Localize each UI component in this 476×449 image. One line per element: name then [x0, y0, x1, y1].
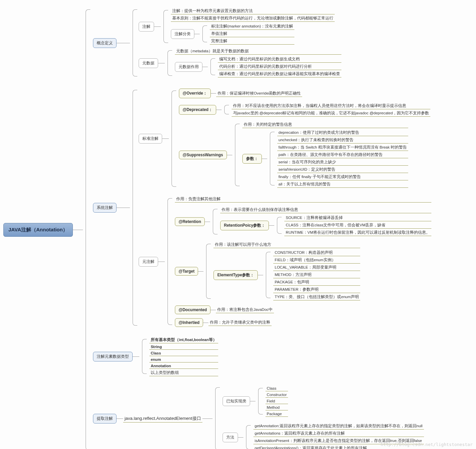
node-annotation[interactable]: 注解	[139, 22, 154, 32]
leaf: 标注注解(marker annotation)：没有元素的注解	[210, 23, 294, 30]
node-metadata-use[interactable]: 元数据作用	[175, 62, 202, 72]
leaf: SOURCE：注释将被编译器丢掉	[284, 215, 431, 221]
leaf: unchecked：执行了未检查的转换时的警告	[277, 137, 408, 144]
branch-datatypes: 注解元素数据类型 所有基本类型（int,float,boolean等） Stri…	[93, 336, 431, 377]
leaf: 基本原则：注解不能直接干扰程序代码的运行，无论增加或删除注解，代码都能够正常运行	[171, 15, 335, 22]
branch-concept: 概念定义 注解 注解：提供一种为程序元素设置元数据的方法 基本原则：注解不能直接…	[93, 7, 431, 79]
leaf: 所有基本类型（int,float,boolean等）	[149, 337, 218, 343]
node-suppresswarnings[interactable]: @SuppressWarnings	[179, 151, 227, 159]
leaf: 作用：关闭特定的警告信息	[242, 121, 408, 128]
node-deprecated[interactable]: @Deprecated：	[179, 105, 216, 115]
node-methods[interactable]: 方法	[223, 433, 238, 442]
leaf: PARAMETER：参数声明	[273, 286, 360, 293]
node-target[interactable]: @Target	[175, 267, 198, 276]
leaf: Annotation	[149, 363, 218, 369]
leaf: METHOD：方法声明	[273, 272, 360, 278]
leaf: 完整注解	[210, 38, 294, 45]
node-target-params[interactable]: ElementType参数：	[213, 270, 258, 280]
branch-system: 系统注解 标准注解 @Override： 作用：保证编译时候Override函数…	[93, 87, 431, 328]
leaf: 注解：提供一种为程序元素设置元数据的方法	[171, 8, 335, 14]
leaf: Class	[149, 350, 218, 356]
leaf: CLASS：注释在class文件中可用，但会被VM丢弃，缺省	[284, 222, 431, 229]
node-known-impl[interactable]: 已知实现类	[223, 396, 250, 406]
mindmap-root: JAVA注解（Annotation） 概念定义 注解 注解：提供一种为程序元素设…	[3, 7, 473, 449]
leaf: 以上类型的数组	[149, 370, 218, 376]
leaf: deprecation：使用了过时的类或方法时的警告	[277, 129, 408, 136]
leaf: serial：当在可序列化的类上缺少	[277, 159, 408, 166]
leaf: 元数据（metadata）就是关于数据的数据	[175, 48, 341, 55]
branch-extract: 提取注解 java.lang.reflect.AnnotatedElement接…	[93, 385, 431, 449]
leaf: RUNTIME：VM将在运行时也保留注释，因此可以通过反射机制读取注释的信息。	[284, 229, 431, 236]
leaf: 代码分析：通过代码里标识的元数据对代码进行分析	[218, 63, 341, 70]
leaf: 作用：该注解可以用于什么地方	[213, 241, 360, 248]
node-sw-params[interactable]: 参数：	[242, 154, 262, 164]
node-system[interactable]: 系统注解	[93, 203, 116, 213]
leaf: 作用：对不应该在使用的方法添加注释，当编程人员使用这些方法时，将会在编译时显示提…	[232, 103, 430, 109]
node-retention-params[interactable]: RetentionPoicy参数：	[220, 221, 269, 230]
leaf: FIELD：域声明（包括enum实例）	[273, 257, 360, 264]
leaf: getAnnotations：返回程序该元素上存在的所有注解	[253, 430, 424, 437]
leaf: Class	[266, 386, 288, 391]
leaf: String	[149, 344, 218, 350]
node-documented[interactable]: @Documented	[175, 305, 210, 314]
leaf: Constructor	[266, 392, 288, 398]
leaf: fallthrough：当 Switch 程序块直接通往下一种情况而没有 Bre…	[277, 144, 408, 151]
leaf: 作用：允许子类继承父类中的注释	[208, 319, 272, 326]
leaf: 作用：表示需要在什么级别保存该注释信息	[220, 207, 431, 213]
leaf: 与javadoc里的 @deprecated标记有相同的功能，准确的说，它还不如…	[232, 110, 430, 117]
leaf: path：在类路径、源文件路径等中有不存在的路径时的警告	[277, 152, 408, 158]
leaf: 单值注解	[210, 31, 294, 37]
node-standard[interactable]: 标准注解	[139, 134, 162, 144]
node-metadata[interactable]: 元数据	[139, 58, 158, 68]
leaf: Package	[266, 411, 288, 417]
leaf: 编译检查：通过代码里标识的元数据让编译器能实现基本的编译检查	[218, 71, 341, 77]
leaf: enum	[149, 357, 218, 362]
leaf: 作用：负责注解其他注解	[175, 196, 431, 203]
leaf: CONSTRUCTOR：构造器的声明	[273, 249, 360, 256]
node-meta[interactable]: 元注解	[139, 257, 158, 267]
leaf: 编写文档：通过代码里标识的元数据生成文档	[218, 56, 341, 63]
leaf: all：关于以上所有情况的警告	[277, 181, 408, 188]
leaf: getAnnotation:返回该程序元素上存在的指定类型的注解，如果该类型的注…	[253, 423, 424, 430]
leaf: PACKAGE：包声明	[273, 279, 360, 286]
node-retention[interactable]: @Retention	[175, 217, 205, 226]
leaf: finally：任何 finally 子句不能正常完成时的警告	[277, 174, 408, 180]
leaf: Method	[266, 405, 288, 410]
leaf: LOCAL_VARIABLE：局部变量声明	[273, 264, 360, 271]
node-override[interactable]: @Override：	[179, 89, 211, 98]
node-inherited[interactable]: @Inhertied	[175, 318, 203, 327]
leaf: TYPE：类、接口（包括注解类型）或enum声明	[273, 294, 360, 300]
leaf: serialVersionUID：定义时的警告	[277, 166, 408, 173]
node-extract[interactable]: 提取注解	[93, 414, 116, 424]
leaf: 作用：将注释包含在JavaDoc中	[216, 306, 274, 313]
node-concept[interactable]: 概念定义	[93, 38, 116, 48]
leaf-interface: java.lang.reflect.AnnotatedElement接口	[123, 415, 202, 423]
leaf: 作用：保证编译时候Override函数的声明正确性	[216, 90, 302, 97]
node-datatypes[interactable]: 注解元素数据类型	[93, 352, 133, 361]
watermark: http://blog.csdn.net/lightstonestar	[381, 442, 473, 447]
node-annotation-types[interactable]: 注解分类	[171, 29, 194, 39]
root-node[interactable]: JAVA注解（Annotation）	[3, 223, 73, 237]
leaf: Field	[266, 398, 288, 404]
